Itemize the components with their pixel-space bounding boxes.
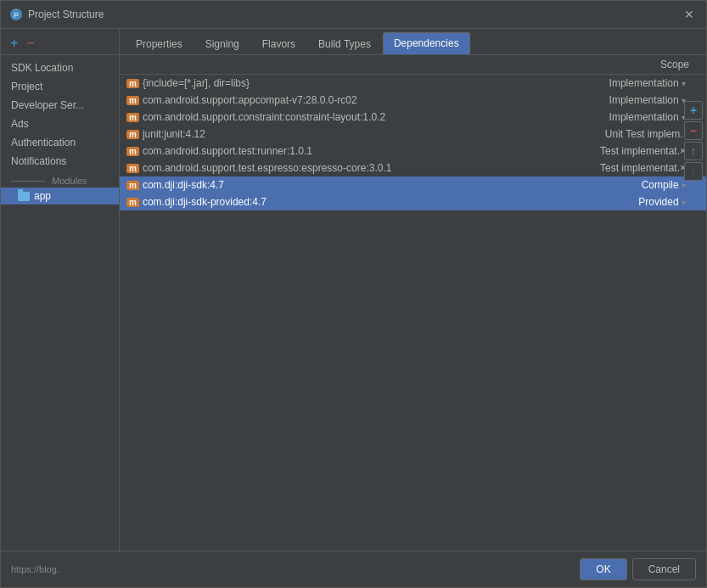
tabs-bar: Properties Signing Flavors Build Types D… bbox=[120, 29, 706, 55]
dep-name-cell: mcom.android.support:appcompat-v7:28.0.0… bbox=[120, 92, 542, 109]
url-text: https://blog. bbox=[11, 564, 59, 574]
left-panel: + − SDK Location Project Developer Ser..… bbox=[1, 29, 120, 551]
m-badge: m bbox=[126, 164, 139, 173]
tab-properties[interactable]: Properties bbox=[125, 33, 194, 54]
dep-name-cell: mcom.dji:dji-sdk-provided:4.7 bbox=[120, 193, 542, 210]
bottom-buttons: OK Cancel bbox=[580, 558, 696, 580]
sidebar-item-project[interactable]: Project bbox=[1, 77, 119, 96]
sidebar-item-notifications[interactable]: Notifications bbox=[1, 152, 119, 171]
right-panel: Properties Signing Flavors Build Types D… bbox=[120, 29, 706, 551]
scope-text: Test implementat.× bbox=[600, 162, 686, 174]
dep-scope-cell: Implementation ▾ bbox=[542, 75, 693, 92]
dep-name-cell: mcom.android.support.constraint:constrai… bbox=[120, 109, 542, 126]
scope-text: Implementation bbox=[609, 111, 679, 123]
ok-button[interactable]: OK bbox=[580, 558, 626, 580]
tab-dependencies[interactable]: Dependencies bbox=[383, 32, 470, 54]
col-header-scope: Scope bbox=[542, 55, 693, 75]
add-module-button[interactable]: + bbox=[8, 36, 20, 51]
dep-name-cell: mcom.dji:dji-sdk:4.7 bbox=[120, 176, 542, 193]
table-row[interactable]: mcom.android.support.test.espresso:espre… bbox=[120, 160, 706, 176]
table-row[interactable]: mcom.android.support.constraint:constrai… bbox=[120, 109, 706, 126]
dep-name-text: com.dji:dji-sdk-provided:4.7 bbox=[143, 196, 267, 208]
scope-text: Implementation bbox=[609, 94, 679, 106]
scope-text: Provided bbox=[638, 196, 678, 208]
m-badge: m bbox=[126, 147, 139, 156]
left-toolbar: + − bbox=[1, 32, 119, 55]
dep-scope-cell: Compile ▾ bbox=[542, 176, 693, 193]
dep-name-text: com.android.support:appcompat-v7:28.0.0-… bbox=[143, 94, 357, 106]
move-down-button[interactable]: ↓ bbox=[684, 162, 703, 181]
folder-icon bbox=[18, 192, 30, 201]
modules-section-label: Modules bbox=[1, 171, 119, 188]
spacer-cell bbox=[693, 193, 706, 210]
m-badge: m bbox=[126, 130, 139, 139]
module-app-label: app bbox=[34, 190, 51, 202]
scope-dropdown-arrow[interactable]: ▾ bbox=[682, 79, 686, 88]
spacer-cell bbox=[693, 75, 706, 92]
move-up-button[interactable]: ↑ bbox=[684, 142, 703, 160]
dependencies-content: Scope m{include=[*.jar], dir=libs}Implem… bbox=[120, 55, 706, 551]
sidebar-item-authentication[interactable]: Authentication bbox=[1, 133, 119, 152]
remove-module-button[interactable]: − bbox=[24, 36, 36, 51]
add-dep-button[interactable]: + bbox=[684, 101, 703, 120]
tab-flavors[interactable]: Flavors bbox=[251, 33, 306, 54]
sidebar-item-app[interactable]: app bbox=[1, 188, 119, 204]
table-row[interactable]: mcom.android.support:appcompat-v7:28.0.0… bbox=[120, 92, 706, 109]
remove-dep-button[interactable]: − bbox=[684, 121, 703, 140]
m-badge: m bbox=[126, 181, 139, 190]
svg-text:P: P bbox=[14, 11, 19, 20]
dep-scope-cell: Test implementat.× bbox=[542, 160, 693, 176]
dep-table-area: Scope m{include=[*.jar], dir=libs}Implem… bbox=[120, 55, 706, 551]
table-row[interactable]: mjunit:junit:4.12Unit Test implem.. bbox=[120, 126, 706, 143]
title-bar-left: P Project Structure bbox=[9, 8, 104, 21]
dep-name-text: com.dji:dji-sdk:4.7 bbox=[143, 179, 224, 191]
dep-name-cell: mcom.android.support.test:runner:1.0.1 bbox=[120, 143, 542, 160]
scope-text: Compile bbox=[642, 179, 679, 191]
tab-build-types[interactable]: Build Types bbox=[307, 33, 382, 54]
sidebar-item-sdk-location[interactable]: SDK Location bbox=[1, 59, 119, 77]
dep-name-cell: mcom.android.support.test.espresso:espre… bbox=[120, 160, 542, 176]
bottom-bar: https://blog. OK Cancel bbox=[1, 551, 706, 587]
dep-scope-cell: Implementation ▾ bbox=[542, 109, 693, 126]
table-row[interactable]: mcom.dji:dji-sdk:4.7Compile ▾ bbox=[120, 176, 706, 193]
dep-scope-cell: Provided ▾ bbox=[542, 193, 693, 210]
col-header-name bbox=[120, 55, 542, 75]
dep-name-text: com.android.support.test:runner:1.0.1 bbox=[143, 145, 312, 157]
side-buttons: + − ↑ ↓ bbox=[681, 98, 706, 184]
dialog-icon: P bbox=[9, 8, 23, 21]
table-row[interactable]: mcom.dji:dji-sdk-provided:4.7Provided ▾ bbox=[120, 193, 706, 210]
dep-name-text: com.android.support.test.espresso:espres… bbox=[143, 162, 391, 174]
col-header-spacer bbox=[693, 55, 706, 75]
title-bar: P Project Structure ✕ bbox=[1, 1, 706, 29]
m-badge: m bbox=[126, 113, 139, 122]
dep-name-text: junit:junit:4.12 bbox=[143, 128, 205, 140]
close-button[interactable]: ✕ bbox=[681, 6, 698, 23]
tab-signing[interactable]: Signing bbox=[194, 33, 250, 54]
dependencies-table: Scope m{include=[*.jar], dir=libs}Implem… bbox=[120, 55, 706, 210]
scope-dropdown-arrow[interactable]: ▾ bbox=[682, 198, 686, 207]
m-badge: m bbox=[126, 96, 139, 105]
m-badge: m bbox=[126, 79, 139, 88]
dep-name-text: {include=[*.jar], dir=libs} bbox=[143, 77, 250, 89]
project-structure-dialog: P Project Structure ✕ + − SDK Location P… bbox=[0, 0, 707, 588]
scope-text: Test implementat.× bbox=[600, 145, 686, 157]
dep-scope-cell: Test implementat.× bbox=[542, 143, 693, 160]
m-badge: m bbox=[126, 198, 139, 207]
content-area: + − SDK Location Project Developer Ser..… bbox=[1, 29, 706, 551]
dialog-title: Project Structure bbox=[28, 8, 104, 20]
sidebar-item-developer-ser[interactable]: Developer Ser... bbox=[1, 96, 119, 115]
cancel-button[interactable]: Cancel bbox=[632, 558, 696, 580]
dep-name-cell: mjunit:junit:4.12 bbox=[120, 126, 542, 143]
scope-text: Implementation bbox=[609, 77, 679, 89]
scope-text: Unit Test implem.. bbox=[605, 128, 686, 140]
dep-name-text: com.android.support.constraint:constrain… bbox=[143, 111, 385, 123]
dep-name-cell: m{include=[*.jar], dir=libs} bbox=[120, 75, 542, 92]
sidebar-item-ads[interactable]: Ads bbox=[1, 115, 119, 133]
dep-scope-cell: Unit Test implem.. bbox=[542, 126, 693, 143]
table-row[interactable]: m{include=[*.jar], dir=libs}Implementati… bbox=[120, 75, 706, 92]
table-row[interactable]: mcom.android.support.test:runner:1.0.1Te… bbox=[120, 143, 706, 160]
dep-scope-cell: Implementation ▾ bbox=[542, 92, 693, 109]
